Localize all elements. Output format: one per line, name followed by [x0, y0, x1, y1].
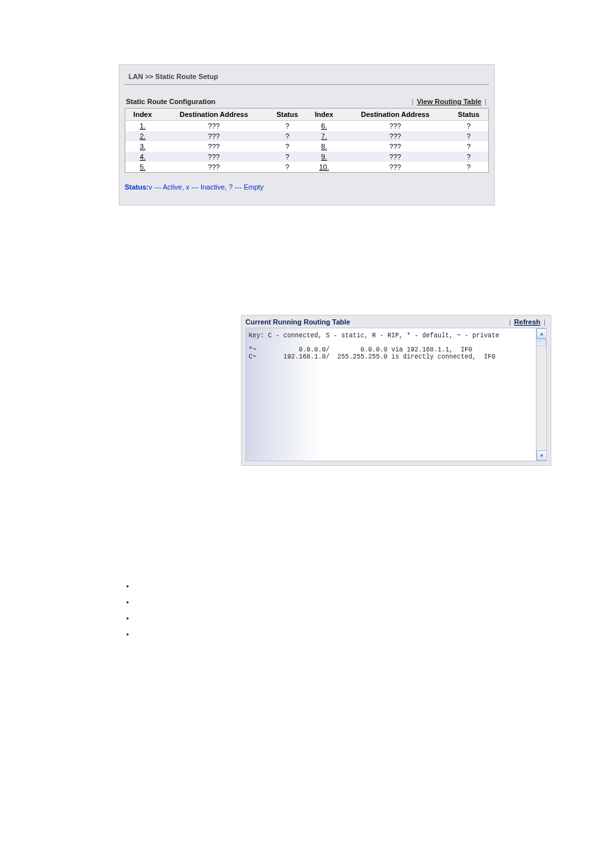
- route-index-link[interactable]: 4.: [139, 153, 145, 161]
- dest-cell: ???: [341, 141, 449, 152]
- view-routing-table-link[interactable]: View Routing Table: [417, 98, 481, 105]
- dest-cell: ???: [160, 131, 268, 141]
- col-index: Index: [125, 109, 160, 121]
- bullet-list: [122, 581, 613, 637]
- panel-title: Static Route Configuration: [126, 98, 215, 105]
- col-status: Status: [268, 109, 307, 121]
- status-cell: ?: [449, 152, 489, 162]
- breadcrumb: LAN >> Static Route Setup: [125, 71, 489, 85]
- routing-table-content: Key: C - connected, S - static, R - RIP,…: [246, 328, 536, 364]
- table-row: 5.????10.????: [125, 162, 489, 173]
- list-item: [135, 630, 613, 637]
- status-cell: ?: [268, 141, 307, 152]
- panel2-title: Current Running Routing Table: [245, 318, 350, 326]
- list-item: [135, 598, 613, 605]
- status-cell: ?: [268, 152, 307, 162]
- panel2-titlebar: Current Running Routing Table | Refresh …: [242, 318, 551, 328]
- route-index-link[interactable]: 3.: [139, 143, 145, 150]
- running-routing-panel: Current Running Routing Table | Refresh …: [241, 315, 551, 466]
- status-cell: ?: [268, 121, 307, 132]
- status-cell: ?: [449, 121, 489, 132]
- route-index-link[interactable]: 10.: [319, 163, 329, 171]
- route-index-link[interactable]: 1.: [139, 122, 145, 130]
- panel-titlebar: Static Route Configuration | View Routin…: [125, 98, 489, 108]
- static-route-table: Index Destination Address Status Index D…: [125, 108, 489, 173]
- separator: |: [544, 318, 546, 326]
- col-dest: Destination Address: [341, 109, 449, 121]
- refresh-link[interactable]: Refresh: [514, 318, 540, 326]
- separator: |: [412, 98, 414, 105]
- table-row: 3.????8.????: [125, 141, 489, 152]
- dest-cell: ???: [341, 131, 449, 141]
- dest-cell: ???: [341, 162, 449, 173]
- route-index-link[interactable]: 2.: [139, 132, 145, 140]
- dest-cell: ???: [160, 162, 268, 173]
- list-item: [135, 614, 613, 621]
- scrollbar[interactable]: ▲ ▼: [536, 328, 546, 461]
- col-index: Index: [306, 109, 341, 121]
- status-legend: Status:v --- Active, x --- Inactive, ? -…: [125, 183, 489, 205]
- static-route-panel: LAN >> Static Route Setup Static Route C…: [119, 64, 495, 206]
- route-index-link[interactable]: 8.: [321, 143, 327, 150]
- list-item: [135, 581, 613, 589]
- table-row: 2.????7.????: [125, 131, 489, 141]
- route-index-link[interactable]: 9.: [321, 153, 327, 161]
- status-legend-text: v --- Active, x --- Inactive, ? --- Empt…: [148, 183, 263, 191]
- status-cell: ?: [268, 162, 307, 173]
- table-row: 4.????9.????: [125, 152, 489, 162]
- scroll-thumb[interactable]: [536, 339, 546, 346]
- status-cell: ?: [449, 141, 489, 152]
- status-cell: ?: [268, 131, 307, 141]
- status-legend-label: Status:: [125, 183, 148, 191]
- route-index-link[interactable]: 5.: [139, 163, 145, 171]
- route-index-link[interactable]: 6.: [321, 122, 327, 130]
- status-cell: ?: [449, 162, 489, 173]
- table-row: 1.????6.????: [125, 121, 489, 132]
- dest-cell: ???: [341, 121, 449, 132]
- dest-cell: ???: [160, 121, 268, 132]
- routing-table-area: Key: C - connected, S - static, R - RIP,…: [245, 328, 547, 461]
- scroll-up-icon[interactable]: ▲: [537, 328, 547, 339]
- dest-cell: ???: [160, 152, 268, 162]
- dest-cell: ???: [341, 152, 449, 162]
- separator: |: [509, 318, 511, 326]
- col-status: Status: [449, 109, 489, 121]
- scroll-down-icon[interactable]: ▼: [537, 450, 547, 461]
- dest-cell: ???: [160, 141, 268, 152]
- route-index-link[interactable]: 7.: [321, 132, 327, 140]
- status-cell: ?: [449, 131, 489, 141]
- col-dest: Destination Address: [160, 109, 268, 121]
- separator: |: [484, 98, 486, 105]
